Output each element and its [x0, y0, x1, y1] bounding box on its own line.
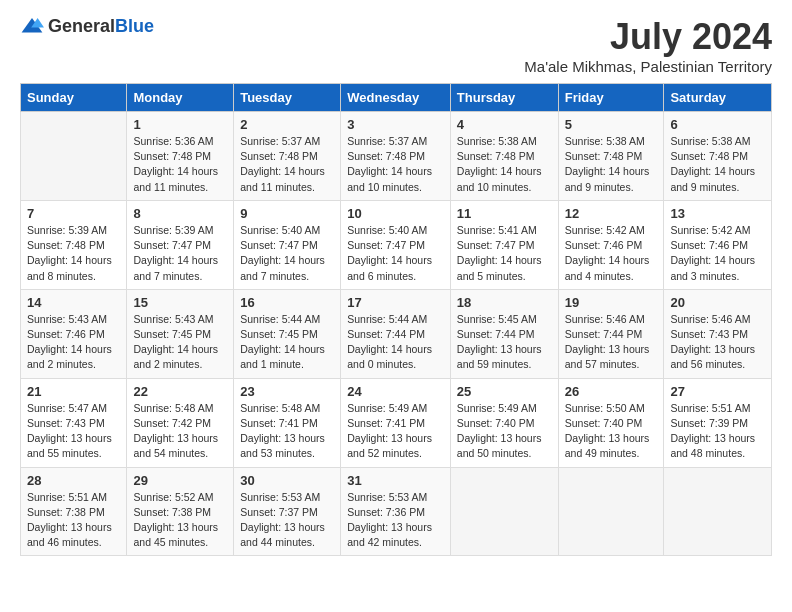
- day-number: 19: [565, 295, 658, 310]
- day-info: Sunrise: 5:42 AM Sunset: 7:46 PM Dayligh…: [565, 223, 658, 284]
- day-number: 23: [240, 384, 334, 399]
- table-row: 31Sunrise: 5:53 AM Sunset: 7:36 PM Dayli…: [341, 467, 451, 556]
- day-info: Sunrise: 5:39 AM Sunset: 7:47 PM Dayligh…: [133, 223, 227, 284]
- day-info: Sunrise: 5:41 AM Sunset: 7:47 PM Dayligh…: [457, 223, 552, 284]
- day-info: Sunrise: 5:48 AM Sunset: 7:41 PM Dayligh…: [240, 401, 334, 462]
- day-number: 8: [133, 206, 227, 221]
- table-row: [21, 112, 127, 201]
- table-row: 12Sunrise: 5:42 AM Sunset: 7:46 PM Dayli…: [558, 200, 664, 289]
- day-number: 20: [670, 295, 765, 310]
- day-number: 14: [27, 295, 120, 310]
- header-monday: Monday: [127, 84, 234, 112]
- table-row: 22Sunrise: 5:48 AM Sunset: 7:42 PM Dayli…: [127, 378, 234, 467]
- day-number: 29: [133, 473, 227, 488]
- header-saturday: Saturday: [664, 84, 772, 112]
- header-sunday: Sunday: [21, 84, 127, 112]
- table-row: 18Sunrise: 5:45 AM Sunset: 7:44 PM Dayli…: [450, 289, 558, 378]
- header-friday: Friday: [558, 84, 664, 112]
- table-row: 5Sunrise: 5:38 AM Sunset: 7:48 PM Daylig…: [558, 112, 664, 201]
- day-number: 16: [240, 295, 334, 310]
- day-number: 2: [240, 117, 334, 132]
- day-number: 1: [133, 117, 227, 132]
- day-info: Sunrise: 5:53 AM Sunset: 7:37 PM Dayligh…: [240, 490, 334, 551]
- table-row: 24Sunrise: 5:49 AM Sunset: 7:41 PM Dayli…: [341, 378, 451, 467]
- table-row: 13Sunrise: 5:42 AM Sunset: 7:46 PM Dayli…: [664, 200, 772, 289]
- day-number: 18: [457, 295, 552, 310]
- day-number: 27: [670, 384, 765, 399]
- day-info: Sunrise: 5:52 AM Sunset: 7:38 PM Dayligh…: [133, 490, 227, 551]
- table-row: 2Sunrise: 5:37 AM Sunset: 7:48 PM Daylig…: [234, 112, 341, 201]
- day-number: 25: [457, 384, 552, 399]
- table-row: 4Sunrise: 5:38 AM Sunset: 7:48 PM Daylig…: [450, 112, 558, 201]
- day-number: 30: [240, 473, 334, 488]
- calendar-table: Sunday Monday Tuesday Wednesday Thursday…: [20, 83, 772, 556]
- day-info: Sunrise: 5:38 AM Sunset: 7:48 PM Dayligh…: [565, 134, 658, 195]
- table-row: 26Sunrise: 5:50 AM Sunset: 7:40 PM Dayli…: [558, 378, 664, 467]
- day-number: 28: [27, 473, 120, 488]
- logo-general: General: [48, 16, 115, 36]
- day-info: Sunrise: 5:44 AM Sunset: 7:44 PM Dayligh…: [347, 312, 444, 373]
- day-number: 22: [133, 384, 227, 399]
- header-thursday: Thursday: [450, 84, 558, 112]
- day-number: 31: [347, 473, 444, 488]
- day-info: Sunrise: 5:51 AM Sunset: 7:39 PM Dayligh…: [670, 401, 765, 462]
- table-row: 15Sunrise: 5:43 AM Sunset: 7:45 PM Dayli…: [127, 289, 234, 378]
- day-number: 12: [565, 206, 658, 221]
- day-number: 13: [670, 206, 765, 221]
- day-info: Sunrise: 5:43 AM Sunset: 7:46 PM Dayligh…: [27, 312, 120, 373]
- title-area: July 2024 Ma'ale Mikhmas, Palestinian Te…: [524, 16, 772, 75]
- calendar-header: Sunday Monday Tuesday Wednesday Thursday…: [21, 84, 772, 112]
- table-row: 16Sunrise: 5:44 AM Sunset: 7:45 PM Dayli…: [234, 289, 341, 378]
- day-info: Sunrise: 5:53 AM Sunset: 7:36 PM Dayligh…: [347, 490, 444, 551]
- day-number: 26: [565, 384, 658, 399]
- day-info: Sunrise: 5:40 AM Sunset: 7:47 PM Dayligh…: [347, 223, 444, 284]
- table-row: 8Sunrise: 5:39 AM Sunset: 7:47 PM Daylig…: [127, 200, 234, 289]
- table-row: 3Sunrise: 5:37 AM Sunset: 7:48 PM Daylig…: [341, 112, 451, 201]
- logo-blue: Blue: [115, 16, 154, 36]
- header-tuesday: Tuesday: [234, 84, 341, 112]
- table-row: [664, 467, 772, 556]
- day-info: Sunrise: 5:43 AM Sunset: 7:45 PM Dayligh…: [133, 312, 227, 373]
- table-row: [558, 467, 664, 556]
- day-info: Sunrise: 5:40 AM Sunset: 7:47 PM Dayligh…: [240, 223, 334, 284]
- day-info: Sunrise: 5:36 AM Sunset: 7:48 PM Dayligh…: [133, 134, 227, 195]
- day-info: Sunrise: 5:38 AM Sunset: 7:48 PM Dayligh…: [457, 134, 552, 195]
- month-title: July 2024: [524, 16, 772, 58]
- day-info: Sunrise: 5:46 AM Sunset: 7:43 PM Dayligh…: [670, 312, 765, 373]
- day-number: 7: [27, 206, 120, 221]
- table-row: 10Sunrise: 5:40 AM Sunset: 7:47 PM Dayli…: [341, 200, 451, 289]
- table-row: 25Sunrise: 5:49 AM Sunset: 7:40 PM Dayli…: [450, 378, 558, 467]
- day-number: 5: [565, 117, 658, 132]
- day-info: Sunrise: 5:39 AM Sunset: 7:48 PM Dayligh…: [27, 223, 120, 284]
- table-row: 27Sunrise: 5:51 AM Sunset: 7:39 PM Dayli…: [664, 378, 772, 467]
- day-number: 3: [347, 117, 444, 132]
- table-row: 6Sunrise: 5:38 AM Sunset: 7:48 PM Daylig…: [664, 112, 772, 201]
- day-info: Sunrise: 5:51 AM Sunset: 7:38 PM Dayligh…: [27, 490, 120, 551]
- day-info: Sunrise: 5:46 AM Sunset: 7:44 PM Dayligh…: [565, 312, 658, 373]
- logo-icon: [20, 16, 44, 36]
- day-info: Sunrise: 5:48 AM Sunset: 7:42 PM Dayligh…: [133, 401, 227, 462]
- table-row: 1Sunrise: 5:36 AM Sunset: 7:48 PM Daylig…: [127, 112, 234, 201]
- day-info: Sunrise: 5:37 AM Sunset: 7:48 PM Dayligh…: [347, 134, 444, 195]
- table-row: 30Sunrise: 5:53 AM Sunset: 7:37 PM Dayli…: [234, 467, 341, 556]
- location-title: Ma'ale Mikhmas, Palestinian Territory: [524, 58, 772, 75]
- table-row: 21Sunrise: 5:47 AM Sunset: 7:43 PM Dayli…: [21, 378, 127, 467]
- day-info: Sunrise: 5:50 AM Sunset: 7:40 PM Dayligh…: [565, 401, 658, 462]
- table-row: 14Sunrise: 5:43 AM Sunset: 7:46 PM Dayli…: [21, 289, 127, 378]
- day-number: 10: [347, 206, 444, 221]
- table-row: 9Sunrise: 5:40 AM Sunset: 7:47 PM Daylig…: [234, 200, 341, 289]
- header-wednesday: Wednesday: [341, 84, 451, 112]
- day-info: Sunrise: 5:49 AM Sunset: 7:41 PM Dayligh…: [347, 401, 444, 462]
- day-info: Sunrise: 5:38 AM Sunset: 7:48 PM Dayligh…: [670, 134, 765, 195]
- day-info: Sunrise: 5:49 AM Sunset: 7:40 PM Dayligh…: [457, 401, 552, 462]
- table-row: 7Sunrise: 5:39 AM Sunset: 7:48 PM Daylig…: [21, 200, 127, 289]
- day-number: 9: [240, 206, 334, 221]
- table-row: 29Sunrise: 5:52 AM Sunset: 7:38 PM Dayli…: [127, 467, 234, 556]
- table-row: 28Sunrise: 5:51 AM Sunset: 7:38 PM Dayli…: [21, 467, 127, 556]
- table-row: 17Sunrise: 5:44 AM Sunset: 7:44 PM Dayli…: [341, 289, 451, 378]
- table-row: 11Sunrise: 5:41 AM Sunset: 7:47 PM Dayli…: [450, 200, 558, 289]
- day-number: 17: [347, 295, 444, 310]
- day-number: 24: [347, 384, 444, 399]
- day-info: Sunrise: 5:42 AM Sunset: 7:46 PM Dayligh…: [670, 223, 765, 284]
- calendar-body: 1Sunrise: 5:36 AM Sunset: 7:48 PM Daylig…: [21, 112, 772, 556]
